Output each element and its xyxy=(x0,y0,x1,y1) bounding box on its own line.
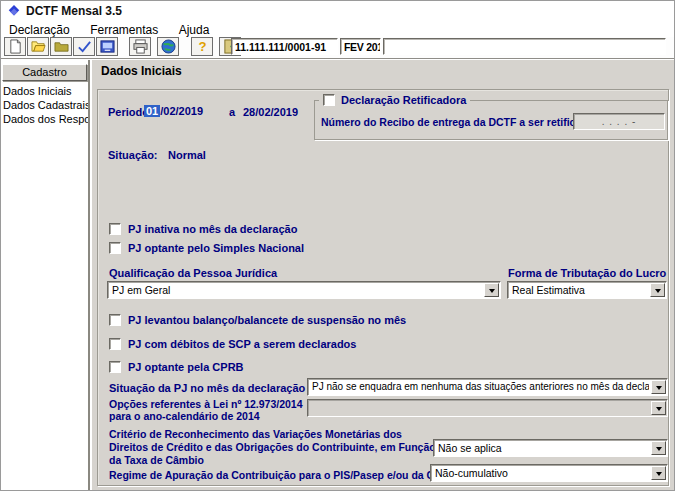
print-button[interactable] xyxy=(129,37,151,56)
forma-tributacao-label: Forma de Tributação do Lucro xyxy=(508,267,666,280)
pj-inativa-label: PJ inativa no mês da declaração xyxy=(128,223,297,236)
situacao-pj-value: PJ não se enquadra em nenhuma das situaç… xyxy=(312,381,649,392)
regime-value: Não-cumulativo xyxy=(435,467,649,479)
sidebar: Cadastro Dados Iniciais Dados Cadastrais… xyxy=(1,60,90,490)
pj-cprb-label: PJ optante pela CPRB xyxy=(128,361,244,374)
app-logo-icon xyxy=(7,4,21,18)
sidebar-header-cadastro[interactable]: Cadastro xyxy=(2,64,87,81)
periodo-conjunction: a xyxy=(229,106,235,119)
title-bar: DCTF Mensal 3.5 xyxy=(1,1,674,20)
open-folder-icon xyxy=(31,39,46,54)
chevron-down-icon[interactable] xyxy=(651,380,666,394)
help-button[interactable]: ? xyxy=(191,37,213,56)
pj-simples-label: PJ optante pelo Simples Nacional xyxy=(128,242,304,255)
situacao-pj-select[interactable]: PJ não se enquadra em nenhuma das situaç… xyxy=(307,378,668,396)
svg-text:?: ? xyxy=(198,39,206,54)
chevron-down-icon[interactable] xyxy=(484,283,499,297)
open-folder-button[interactable] xyxy=(27,37,49,56)
regime-select[interactable]: Não-cumulativo xyxy=(430,464,668,482)
page-title: Dados Iniciais xyxy=(101,64,182,78)
forma-tributacao-value: Real Estimativa xyxy=(512,284,648,296)
toolbar: ? 11.111.111/0001-91 FEV 2019 xyxy=(1,37,674,58)
pj-balanco-checkbox[interactable] xyxy=(109,314,121,326)
menu-declaracao[interactable]: Declaração xyxy=(1,22,78,38)
import-folder-icon xyxy=(54,39,69,54)
internet-button[interactable] xyxy=(157,37,179,56)
help-icon: ? xyxy=(195,39,210,54)
qualificacao-select[interactable]: PJ em Geral xyxy=(107,281,501,299)
periodo-label: Periodo xyxy=(108,106,149,119)
criterio-select[interactable]: Não se aplica xyxy=(433,439,668,457)
window-title: DCTF Mensal 3.5 xyxy=(26,4,122,18)
new-document-icon xyxy=(8,39,23,54)
recibo-input[interactable]: . . . . - xyxy=(573,113,665,130)
qualificacao-label: Qualificação da Pessoa Jurídica xyxy=(109,267,277,280)
retificadora-checkbox[interactable] xyxy=(323,94,335,106)
import-folder-button[interactable] xyxy=(50,37,72,56)
retificadora-label: Declaração Retificadora xyxy=(341,94,466,106)
retificadora-groupbox: Declaração Retificadora Número do Recibo… xyxy=(314,100,668,140)
periodo-end-date: 28/02/2019 xyxy=(243,106,298,119)
chevron-down-icon[interactable] xyxy=(651,441,666,455)
main-panel: Dados Iniciais Periodo 01/02/2019 a 28/0… xyxy=(92,60,674,490)
sidebar-item-dados-iniciais[interactable]: Dados Iniciais xyxy=(3,85,88,97)
sidebar-item-dados-cadastrais[interactable]: Dados Cadastrais do E xyxy=(3,99,88,111)
periodo-start-rest: /02/2019 xyxy=(160,105,203,117)
criterio-label-line2: Direitos de Crédito e das Obrigações do … xyxy=(109,441,436,454)
pj-simples-checkbox[interactable] xyxy=(109,242,121,254)
retificadora-legend: Declaração Retificadora xyxy=(319,94,470,106)
transmit-button[interactable] xyxy=(96,37,118,56)
forma-tributacao-select[interactable]: Real Estimativa xyxy=(507,281,667,299)
regime-label: Regime de Apuração da Contribuição para … xyxy=(109,469,459,482)
pj-inativa-checkbox[interactable] xyxy=(109,223,121,235)
criterio-value: Não se aplica xyxy=(438,442,649,454)
app-window: DCTF Mensal 3.5 Declaração Ferramentas A… xyxy=(0,0,675,491)
menu-ferramentas[interactable]: Ferramentas xyxy=(82,22,166,38)
chevron-down-icon[interactable] xyxy=(651,466,666,480)
body: Cadastro Dados Iniciais Dados Cadastrais… xyxy=(1,58,674,490)
opcoes-lei-select[interactable] xyxy=(307,399,668,417)
pj-scp-checkbox[interactable] xyxy=(109,338,121,350)
new-document-button[interactable] xyxy=(4,37,26,56)
periodo-day-selected[interactable]: 01 xyxy=(144,105,160,117)
pj-cprb-checkbox[interactable] xyxy=(109,361,121,373)
menu-bar: Declaração Ferramentas Ajuda xyxy=(1,20,674,37)
pj-balanco-label: PJ levantou balanço/balancete de suspens… xyxy=(128,314,406,327)
cnpj-field[interactable]: 11.111.111/0001-91 xyxy=(231,38,338,55)
qualificacao-value: PJ em Geral xyxy=(112,284,482,296)
menu-ajuda[interactable]: Ajuda xyxy=(171,22,218,38)
recibo-label: Número do Recibo de entrega da DCTF a se… xyxy=(321,116,593,129)
sidebar-item-dados-responsaveis[interactable]: Dados dos Responsáv xyxy=(3,113,88,125)
validate-button[interactable] xyxy=(73,37,95,56)
situacao-pj-label: Situação da PJ no mês da declaração xyxy=(109,382,305,395)
pj-scp-label: PJ com débitos de SCP a serem declarados xyxy=(128,338,356,351)
criterio-label-line3: da Taxa de Câmbio xyxy=(109,454,204,467)
competencia-field[interactable]: FEV 2019 xyxy=(340,38,381,55)
chevron-down-icon[interactable] xyxy=(651,401,666,415)
status-field xyxy=(383,38,666,55)
situacao-label: Situação: xyxy=(108,149,158,162)
criterio-label-line1: Critério de Reconhecimento das Variações… xyxy=(109,428,402,441)
transmit-icon xyxy=(100,39,115,54)
validate-check-icon xyxy=(77,39,92,54)
print-icon xyxy=(133,39,148,54)
internet-globe-icon xyxy=(161,39,176,54)
periodo-start-field[interactable]: 01/02/2019 xyxy=(144,104,203,119)
chevron-down-icon[interactable] xyxy=(650,283,665,297)
situacao-value: Normal xyxy=(168,149,206,162)
opcoes-lei-label-line2: para o ano-calendário de 2014 xyxy=(109,410,260,423)
